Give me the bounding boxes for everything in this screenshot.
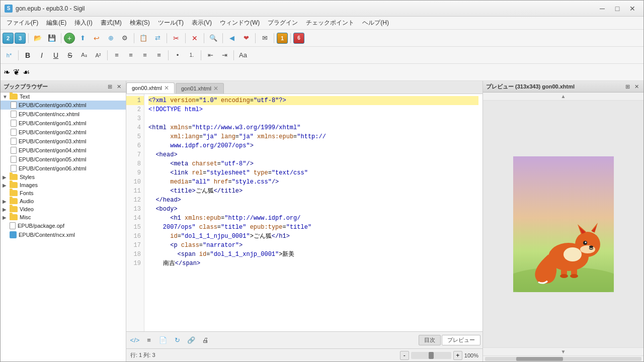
align-justify-button[interactable]: ≡ xyxy=(152,49,166,62)
tab-close-button[interactable]: ✕ xyxy=(164,84,169,92)
maximize-button[interactable]: □ xyxy=(610,3,624,14)
save-button[interactable]: 💾 xyxy=(45,32,58,45)
insert-button[interactable]: ⊕ xyxy=(104,32,117,45)
preview-hscroll[interactable] xyxy=(483,355,643,361)
preview-detach-button[interactable]: ⊞ xyxy=(623,82,631,90)
tree-file-gon05[interactable]: EPUB/Content/gon05.xhtml xyxy=(1,155,126,164)
tree-file-gon04[interactable]: EPUB/Content/gon04.xhtml xyxy=(1,146,126,155)
num6-button[interactable]: 6 xyxy=(293,33,304,44)
line-num-4: 4 xyxy=(126,123,144,132)
undo-button[interactable]: ↩ xyxy=(90,32,103,45)
move-up-button[interactable]: ⬆ xyxy=(76,32,89,45)
zoom-out-button[interactable]: - xyxy=(400,351,409,360)
preview-close-button[interactable]: ✕ xyxy=(632,82,640,90)
preview-view-button[interactable]: 📄 xyxy=(156,334,170,347)
back-button[interactable]: ◀ xyxy=(225,32,238,45)
code-editor[interactable]: 1 2 3 4 5 6 7 8 9 10 11 12 13 14 15 16 1 xyxy=(126,94,482,331)
align-right-button[interactable]: ≡ xyxy=(138,49,151,62)
tree-folder-video[interactable]: ▶ Video xyxy=(1,205,126,213)
menu-window[interactable]: ウィンドウ(W) xyxy=(216,17,264,29)
menu-checkpoint[interactable]: チェックポイント xyxy=(302,17,358,29)
settings-button[interactable]: ⚙ xyxy=(118,32,131,45)
menu-file[interactable]: ファイル(F) xyxy=(3,17,42,29)
char-fleuron2[interactable]: ❦ xyxy=(12,66,21,78)
zoom-in-button[interactable]: + xyxy=(453,351,462,360)
tree-file-ncx[interactable]: EPUB/Content/ncx.xml xyxy=(1,230,126,239)
file-icon xyxy=(11,165,17,172)
close-button[interactable]: ✕ xyxy=(625,3,639,14)
tab-gon01[interactable]: gon01.xhtml ✕ xyxy=(176,83,224,94)
menu-help[interactable]: ヘルプ(H) xyxy=(358,17,393,29)
tree-file-gon06[interactable]: EPUB/Content/gon06.xhtml xyxy=(1,164,126,173)
superscript-button[interactable]: A² xyxy=(92,49,105,62)
num3-button[interactable]: 3 xyxy=(15,33,26,44)
align-center-button[interactable]: ≡ xyxy=(124,49,137,62)
italic-button[interactable]: I xyxy=(35,49,48,62)
tree-file-gon00[interactable]: EPUB/Content/gon00.xhtml xyxy=(1,101,126,110)
strikethrough-button[interactable]: S xyxy=(63,49,76,62)
bold-button[interactable]: B xyxy=(21,49,34,62)
ordered-list-button[interactable]: 1. xyxy=(185,49,198,62)
menu-plugins[interactable]: プラグイン xyxy=(264,17,302,29)
code-content[interactable]: <?xml version="1.0" encoding="utf-8"?> <… xyxy=(144,94,482,331)
print-button[interactable]: 🖨 xyxy=(199,334,212,347)
num2-button[interactable]: 2 xyxy=(3,33,14,44)
mail-button[interactable]: ✉ xyxy=(258,32,271,45)
code-view-button[interactable]: </> xyxy=(128,334,141,347)
refresh-button[interactable]: ↻ xyxy=(171,334,184,347)
align-left-button[interactable]: ≡ xyxy=(110,49,123,62)
minimize-button[interactable]: ─ xyxy=(595,3,609,14)
menu-edit[interactable]: 編集(E) xyxy=(42,17,70,29)
tree-folder-misc[interactable]: ▶ Misc xyxy=(1,213,126,221)
panel-detach-button[interactable]: ⊞ xyxy=(106,82,114,90)
panel-close-button[interactable]: ✕ xyxy=(115,82,123,90)
menu-format[interactable]: 書式(M) xyxy=(97,17,126,29)
menu-view[interactable]: 表示(V) xyxy=(188,17,216,29)
preview-tab[interactable]: プレビュー xyxy=(442,335,480,345)
indent-button[interactable]: ⇥ xyxy=(218,49,231,62)
clipboard-button[interactable]: 📋 xyxy=(137,32,150,45)
tree-file-gon01[interactable]: EPUB/Content/gon01.xhtml xyxy=(1,119,126,128)
tree-folder-fonts[interactable]: Fonts xyxy=(1,189,126,197)
tree-file-ncc[interactable]: EPUB/Content/ncc.xhtml xyxy=(1,110,126,119)
zoom-slider[interactable] xyxy=(411,352,451,359)
cursor-position: 行: 1 列: 3 xyxy=(130,351,155,359)
unordered-list-button[interactable]: • xyxy=(171,49,184,62)
char-fleuron3[interactable]: ☙ xyxy=(22,66,31,78)
tree-file-gon02[interactable]: EPUB/Content/gon02.xhtml xyxy=(1,128,126,137)
code-line-12: </head> xyxy=(148,196,478,205)
tree-folder-images[interactable]: ▶ Images xyxy=(1,181,126,189)
underline-button[interactable]: U xyxy=(49,49,62,62)
spellcheck-button[interactable]: Aa xyxy=(236,49,250,62)
folder-arrow: ▶ xyxy=(3,199,10,204)
heading-button[interactable]: h* xyxy=(3,49,16,62)
toc-tab[interactable]: 目次 xyxy=(419,335,441,345)
subscript-button[interactable]: A₂ xyxy=(77,49,91,62)
tree-folder-audio[interactable]: ▶ Audio xyxy=(1,197,126,205)
menu-search[interactable]: 検索(S) xyxy=(126,17,154,29)
tab-close-button[interactable]: ✕ xyxy=(213,85,218,92)
tab-label: gon00.xhtml xyxy=(132,85,162,91)
open-button[interactable]: 📂 xyxy=(31,32,44,45)
outdent-button[interactable]: ⇤ xyxy=(204,49,217,62)
delete-button[interactable]: ✕ xyxy=(188,32,201,45)
tree-file-package[interactable]: EPUB/package.opf xyxy=(1,221,126,230)
num1-button[interactable]: 1 xyxy=(277,33,288,44)
link-button[interactable]: ⇄ xyxy=(151,32,164,45)
cut-button[interactable]: ✂ xyxy=(170,32,183,45)
zoom-thumb[interactable] xyxy=(429,352,434,359)
menu-insert[interactable]: 挿入(I) xyxy=(70,17,96,29)
menu-tools[interactable]: ツール(T) xyxy=(154,17,188,29)
search-button[interactable]: 🔍 xyxy=(207,32,220,45)
tree-folder-styles[interactable]: ▶ Styles xyxy=(1,173,126,181)
toolbar-main: 2 3 📂 💾 + ⬆ ↩ ⊕ ⚙ 📋 ⇄ ✂ ✕ 🔍 ◀ ❤ ✉ 1 6 xyxy=(1,30,643,47)
hscroll-thumb[interactable] xyxy=(516,357,563,361)
link2-button[interactable]: 🔗 xyxy=(185,334,198,347)
tab-gon00[interactable]: gon00.xhtml ✕ xyxy=(126,82,175,94)
tree-file-gon03[interactable]: EPUB/Content/gon03.xhtml xyxy=(1,137,126,146)
split-view-button[interactable]: ≡ xyxy=(142,334,155,347)
add-button[interactable]: + xyxy=(64,33,75,44)
char-fleuron1[interactable]: ❧ xyxy=(3,66,11,78)
fwd-button[interactable]: ❤ xyxy=(239,32,253,45)
tree-folder-text[interactable]: ▼ Text xyxy=(1,93,126,101)
